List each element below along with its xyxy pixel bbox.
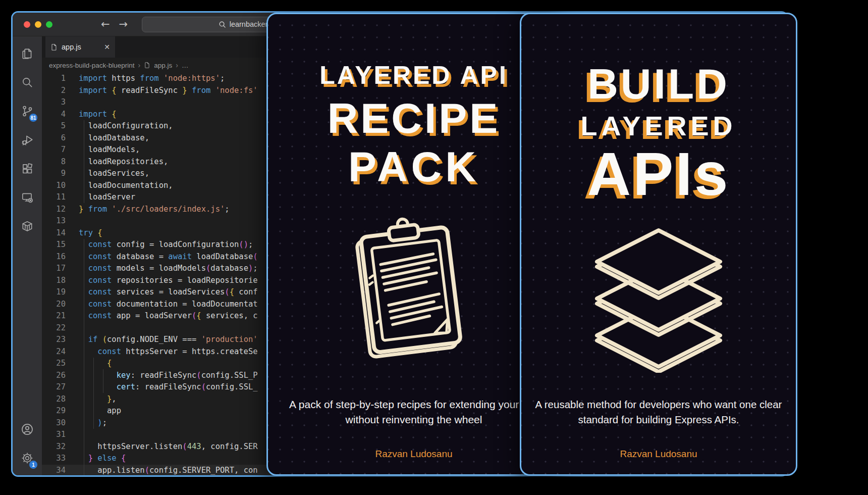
settings-badge: 1 <box>29 460 38 469</box>
indent-guide <box>103 369 103 393</box>
sidebar-item-run-debug[interactable] <box>13 126 42 155</box>
line-number: 3 <box>42 96 66 109</box>
line-number: 29 <box>42 405 66 417</box>
line-number: 27 <box>42 381 66 393</box>
search-icon <box>219 21 226 28</box>
card-author: Razvan Ludosanu <box>521 449 796 460</box>
line-number: 5 <box>42 120 66 132</box>
line-number: 24 <box>42 346 66 358</box>
chevron-right-icon: › <box>138 61 141 69</box>
line-number: 30 <box>42 417 66 429</box>
tab-app-js[interactable]: app.js ✕ <box>45 36 115 58</box>
indent-guide <box>84 120 84 203</box>
line-number: 1 <box>42 73 66 85</box>
file-icon <box>50 43 58 51</box>
card-build-layered-apis: BUILD LAYERED APIs A reusable method for… <box>520 13 797 476</box>
card-title-line: BUILD <box>521 63 796 105</box>
zoom-window-button[interactable] <box>46 21 52 28</box>
container-icon <box>21 220 34 235</box>
line-number: 33 <box>42 453 66 465</box>
card-title-line: PACK <box>268 145 560 188</box>
line-number: 13 <box>42 215 66 227</box>
debug-icon <box>21 133 34 148</box>
file-icon <box>144 62 150 69</box>
sidebar-item-settings[interactable]: 1 <box>13 444 42 473</box>
tagline-line: A reusable method for developers who wan… <box>521 397 796 412</box>
line-number: 16 <box>42 251 66 263</box>
breadcrumb-more[interactable]: … <box>182 62 189 69</box>
line-number: 18 <box>42 275 66 287</box>
tagline-line: without reinventing the wheel <box>268 412 560 427</box>
line-number: 14 <box>42 227 66 239</box>
sidebar-item-explorer[interactable] <box>13 40 42 69</box>
minimize-window-button[interactable] <box>35 21 41 28</box>
line-number: 19 <box>42 286 66 299</box>
card-title-line: APIs <box>521 143 796 204</box>
line-number: 28 <box>42 393 66 406</box>
indent-guide <box>84 239 84 475</box>
line-number: 6 <box>42 132 66 144</box>
line-number: 8 <box>42 156 66 168</box>
sidebar-item-search[interactable] <box>13 69 42 97</box>
card-author: Razvan Ludosanu <box>268 449 560 460</box>
clipboard-illustration <box>351 212 477 371</box>
line-number: 15 <box>42 239 66 251</box>
tagline-line: A pack of step-by-step recipes for exten… <box>268 397 560 412</box>
card-title-line: RECIPE <box>268 97 560 139</box>
breadcrumb-project[interactable]: express-build-pack-blueprint <box>49 62 135 69</box>
line-number: 12 <box>42 204 66 216</box>
activity-bar: 81 <box>13 36 42 475</box>
chevron-right-icon: › <box>176 61 178 69</box>
line-number: 25 <box>42 358 66 370</box>
card-title: BUILD LAYERED APIs <box>521 63 796 204</box>
card-layered-api-recipe-pack: LAYERED API RECIPE PACK <box>266 13 561 476</box>
files-icon <box>21 47 34 62</box>
remote-monitor-icon <box>21 191 34 206</box>
back-button[interactable]: ← <box>101 18 110 30</box>
indent-guide <box>93 358 94 429</box>
card-tagline: A reusable method for developers who wan… <box>521 397 796 427</box>
search-icon <box>21 76 34 91</box>
extensions-icon <box>21 162 34 177</box>
line-number: 20 <box>42 299 66 311</box>
card-title: LAYERED API RECIPE PACK <box>268 63 560 188</box>
sidebar-item-accounts[interactable] <box>13 416 42 444</box>
sidebar-item-source-control[interactable]: 81 <box>13 97 42 126</box>
line-number: 17 <box>42 263 66 275</box>
line-number: 31 <box>42 429 66 441</box>
close-window-button[interactable] <box>24 21 30 28</box>
tagline-line: standard for building Express APIs. <box>521 412 796 427</box>
line-number: 22 <box>42 322 66 334</box>
line-number: 11 <box>42 191 66 204</box>
line-number: 2 <box>42 85 66 97</box>
account-icon <box>20 422 34 438</box>
card-title-line: LAYERED <box>521 112 796 139</box>
forward-button[interactable]: → <box>119 18 128 30</box>
card-tagline: A pack of step-by-step recipes for exten… <box>268 397 560 427</box>
source-control-badge: 81 <box>29 113 38 122</box>
line-number: 9 <box>42 168 66 180</box>
line-number: 23 <box>42 334 66 346</box>
card-title-line: LAYERED API <box>268 63 560 88</box>
layers-illustration <box>583 226 734 375</box>
line-number: 4 <box>42 109 66 121</box>
traffic-lights <box>24 21 52 28</box>
line-number: 21 <box>42 310 66 322</box>
tab-label: app.js <box>62 43 81 51</box>
close-tab-icon[interactable]: ✕ <box>104 43 110 51</box>
line-number: 34 <box>42 465 66 476</box>
line-number: 32 <box>42 441 66 453</box>
line-number: 10 <box>42 180 66 192</box>
sidebar-item-containers[interactable] <box>13 213 42 241</box>
sidebar-item-remote-explorer[interactable] <box>13 184 42 213</box>
line-number: 7 <box>42 144 66 156</box>
line-number: 26 <box>42 370 66 382</box>
breadcrumb-file[interactable]: app.js <box>154 62 172 69</box>
sidebar-item-extensions[interactable] <box>13 155 42 184</box>
